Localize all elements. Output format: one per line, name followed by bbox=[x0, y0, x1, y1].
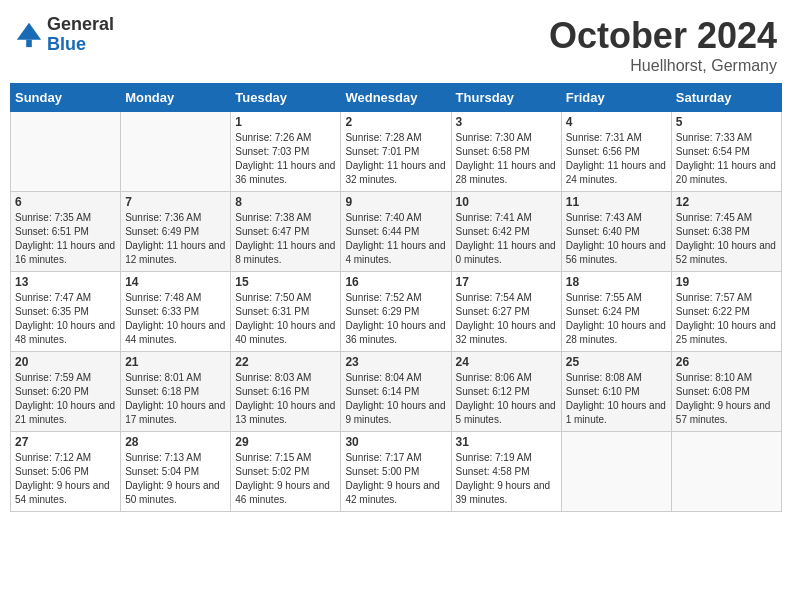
day-info: Sunrise: 7:43 AM Sunset: 6:40 PM Dayligh… bbox=[566, 211, 667, 267]
day-number: 20 bbox=[15, 355, 116, 369]
day-info: Sunrise: 8:01 AM Sunset: 6:18 PM Dayligh… bbox=[125, 371, 226, 427]
calendar-day-cell bbox=[121, 112, 231, 192]
calendar-day-cell: 11Sunrise: 7:43 AM Sunset: 6:40 PM Dayli… bbox=[561, 192, 671, 272]
day-info: Sunrise: 7:47 AM Sunset: 6:35 PM Dayligh… bbox=[15, 291, 116, 347]
day-info: Sunrise: 7:13 AM Sunset: 5:04 PM Dayligh… bbox=[125, 451, 226, 507]
calendar-week-row: 27Sunrise: 7:12 AM Sunset: 5:06 PM Dayli… bbox=[11, 432, 782, 512]
calendar-week-row: 13Sunrise: 7:47 AM Sunset: 6:35 PM Dayli… bbox=[11, 272, 782, 352]
day-info: Sunrise: 7:45 AM Sunset: 6:38 PM Dayligh… bbox=[676, 211, 777, 267]
calendar-day-cell: 27Sunrise: 7:12 AM Sunset: 5:06 PM Dayli… bbox=[11, 432, 121, 512]
day-info: Sunrise: 7:40 AM Sunset: 6:44 PM Dayligh… bbox=[345, 211, 446, 267]
calendar-table: SundayMondayTuesdayWednesdayThursdayFrid… bbox=[10, 83, 782, 512]
calendar-day-cell: 13Sunrise: 7:47 AM Sunset: 6:35 PM Dayli… bbox=[11, 272, 121, 352]
calendar-day-cell: 21Sunrise: 8:01 AM Sunset: 6:18 PM Dayli… bbox=[121, 352, 231, 432]
calendar-day-cell: 12Sunrise: 7:45 AM Sunset: 6:38 PM Dayli… bbox=[671, 192, 781, 272]
day-info: Sunrise: 7:30 AM Sunset: 6:58 PM Dayligh… bbox=[456, 131, 557, 187]
day-info: Sunrise: 7:55 AM Sunset: 6:24 PM Dayligh… bbox=[566, 291, 667, 347]
weekday-header: Monday bbox=[121, 84, 231, 112]
day-info: Sunrise: 7:19 AM Sunset: 4:58 PM Dayligh… bbox=[456, 451, 557, 507]
weekday-header: Saturday bbox=[671, 84, 781, 112]
day-number: 8 bbox=[235, 195, 336, 209]
day-info: Sunrise: 7:31 AM Sunset: 6:56 PM Dayligh… bbox=[566, 131, 667, 187]
day-number: 10 bbox=[456, 195, 557, 209]
day-info: Sunrise: 8:04 AM Sunset: 6:14 PM Dayligh… bbox=[345, 371, 446, 427]
day-number: 28 bbox=[125, 435, 226, 449]
calendar-title: October 2024 bbox=[549, 15, 777, 57]
day-info: Sunrise: 7:12 AM Sunset: 5:06 PM Dayligh… bbox=[15, 451, 116, 507]
calendar-day-cell: 6Sunrise: 7:35 AM Sunset: 6:51 PM Daylig… bbox=[11, 192, 121, 272]
day-info: Sunrise: 7:36 AM Sunset: 6:49 PM Dayligh… bbox=[125, 211, 226, 267]
calendar-day-cell: 14Sunrise: 7:48 AM Sunset: 6:33 PM Dayli… bbox=[121, 272, 231, 352]
day-info: Sunrise: 8:08 AM Sunset: 6:10 PM Dayligh… bbox=[566, 371, 667, 427]
day-number: 16 bbox=[345, 275, 446, 289]
title-block: October 2024 Huellhorst, Germany bbox=[549, 15, 777, 75]
day-number: 25 bbox=[566, 355, 667, 369]
calendar-day-cell: 1Sunrise: 7:26 AM Sunset: 7:03 PM Daylig… bbox=[231, 112, 341, 192]
day-number: 12 bbox=[676, 195, 777, 209]
calendar-day-cell: 18Sunrise: 7:55 AM Sunset: 6:24 PM Dayli… bbox=[561, 272, 671, 352]
logo-blue-text: Blue bbox=[47, 35, 114, 55]
calendar-week-row: 1Sunrise: 7:26 AM Sunset: 7:03 PM Daylig… bbox=[11, 112, 782, 192]
day-info: Sunrise: 7:17 AM Sunset: 5:00 PM Dayligh… bbox=[345, 451, 446, 507]
logo-text: General Blue bbox=[47, 15, 114, 55]
day-number: 22 bbox=[235, 355, 336, 369]
calendar-day-cell: 2Sunrise: 7:28 AM Sunset: 7:01 PM Daylig… bbox=[341, 112, 451, 192]
day-number: 6 bbox=[15, 195, 116, 209]
calendar-header: SundayMondayTuesdayWednesdayThursdayFrid… bbox=[11, 84, 782, 112]
calendar-body: 1Sunrise: 7:26 AM Sunset: 7:03 PM Daylig… bbox=[11, 112, 782, 512]
calendar-day-cell: 8Sunrise: 7:38 AM Sunset: 6:47 PM Daylig… bbox=[231, 192, 341, 272]
calendar-day-cell: 25Sunrise: 8:08 AM Sunset: 6:10 PM Dayli… bbox=[561, 352, 671, 432]
logo-general-text: General bbox=[47, 15, 114, 35]
day-number: 19 bbox=[676, 275, 777, 289]
day-info: Sunrise: 7:41 AM Sunset: 6:42 PM Dayligh… bbox=[456, 211, 557, 267]
calendar-day-cell: 10Sunrise: 7:41 AM Sunset: 6:42 PM Dayli… bbox=[451, 192, 561, 272]
svg-marker-0 bbox=[17, 23, 41, 40]
day-number: 31 bbox=[456, 435, 557, 449]
day-info: Sunrise: 8:03 AM Sunset: 6:16 PM Dayligh… bbox=[235, 371, 336, 427]
calendar-day-cell: 29Sunrise: 7:15 AM Sunset: 5:02 PM Dayli… bbox=[231, 432, 341, 512]
day-number: 27 bbox=[15, 435, 116, 449]
calendar-location: Huellhorst, Germany bbox=[549, 57, 777, 75]
day-info: Sunrise: 7:38 AM Sunset: 6:47 PM Dayligh… bbox=[235, 211, 336, 267]
weekday-header: Friday bbox=[561, 84, 671, 112]
calendar-day-cell: 16Sunrise: 7:52 AM Sunset: 6:29 PM Dayli… bbox=[341, 272, 451, 352]
day-number: 5 bbox=[676, 115, 777, 129]
day-info: Sunrise: 7:50 AM Sunset: 6:31 PM Dayligh… bbox=[235, 291, 336, 347]
day-info: Sunrise: 7:52 AM Sunset: 6:29 PM Dayligh… bbox=[345, 291, 446, 347]
logo-icon bbox=[15, 21, 43, 49]
day-number: 23 bbox=[345, 355, 446, 369]
svg-rect-1 bbox=[26, 39, 32, 46]
day-number: 1 bbox=[235, 115, 336, 129]
day-info: Sunrise: 7:28 AM Sunset: 7:01 PM Dayligh… bbox=[345, 131, 446, 187]
day-number: 18 bbox=[566, 275, 667, 289]
day-info: Sunrise: 7:59 AM Sunset: 6:20 PM Dayligh… bbox=[15, 371, 116, 427]
weekday-header: Sunday bbox=[11, 84, 121, 112]
header-row: SundayMondayTuesdayWednesdayThursdayFrid… bbox=[11, 84, 782, 112]
day-number: 17 bbox=[456, 275, 557, 289]
calendar-day-cell: 7Sunrise: 7:36 AM Sunset: 6:49 PM Daylig… bbox=[121, 192, 231, 272]
day-number: 14 bbox=[125, 275, 226, 289]
day-number: 21 bbox=[125, 355, 226, 369]
weekday-header: Thursday bbox=[451, 84, 561, 112]
weekday-header: Wednesday bbox=[341, 84, 451, 112]
day-info: Sunrise: 8:10 AM Sunset: 6:08 PM Dayligh… bbox=[676, 371, 777, 427]
calendar-week-row: 6Sunrise: 7:35 AM Sunset: 6:51 PM Daylig… bbox=[11, 192, 782, 272]
calendar-day-cell: 9Sunrise: 7:40 AM Sunset: 6:44 PM Daylig… bbox=[341, 192, 451, 272]
calendar-day-cell: 5Sunrise: 7:33 AM Sunset: 6:54 PM Daylig… bbox=[671, 112, 781, 192]
day-number: 15 bbox=[235, 275, 336, 289]
calendar-day-cell: 19Sunrise: 7:57 AM Sunset: 6:22 PM Dayli… bbox=[671, 272, 781, 352]
calendar-week-row: 20Sunrise: 7:59 AM Sunset: 6:20 PM Dayli… bbox=[11, 352, 782, 432]
calendar-day-cell: 31Sunrise: 7:19 AM Sunset: 4:58 PM Dayli… bbox=[451, 432, 561, 512]
calendar-day-cell bbox=[671, 432, 781, 512]
calendar-day-cell: 30Sunrise: 7:17 AM Sunset: 5:00 PM Dayli… bbox=[341, 432, 451, 512]
day-info: Sunrise: 7:35 AM Sunset: 6:51 PM Dayligh… bbox=[15, 211, 116, 267]
day-number: 13 bbox=[15, 275, 116, 289]
day-number: 3 bbox=[456, 115, 557, 129]
calendar-day-cell: 24Sunrise: 8:06 AM Sunset: 6:12 PM Dayli… bbox=[451, 352, 561, 432]
weekday-header: Tuesday bbox=[231, 84, 341, 112]
day-number: 29 bbox=[235, 435, 336, 449]
day-number: 7 bbox=[125, 195, 226, 209]
calendar-day-cell bbox=[561, 432, 671, 512]
calendar-day-cell: 28Sunrise: 7:13 AM Sunset: 5:04 PM Dayli… bbox=[121, 432, 231, 512]
calendar-day-cell: 4Sunrise: 7:31 AM Sunset: 6:56 PM Daylig… bbox=[561, 112, 671, 192]
